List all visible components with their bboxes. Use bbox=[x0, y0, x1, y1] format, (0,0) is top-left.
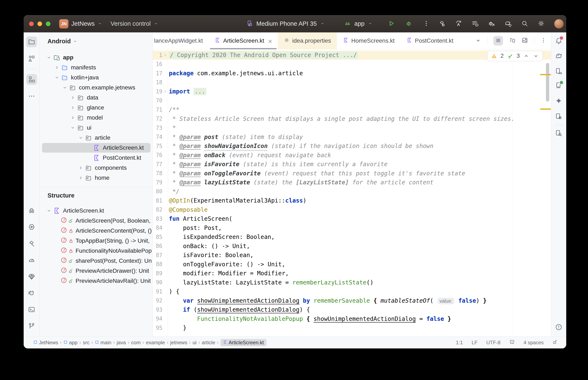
code-line-94[interactable]: 94 FunctionalityNotAvailablePopup { show… bbox=[153, 314, 551, 323]
code-line-79[interactable]: 79 * @param lazyListState (state) the [L… bbox=[153, 178, 551, 187]
chevron-down-icon[interactable] bbox=[77, 134, 85, 141]
app-inspection-icon[interactable] bbox=[26, 205, 37, 216]
structure-item[interactable]: fPreviewArticleDrawer(): Unit bbox=[40, 266, 153, 276]
breadcrumb-com[interactable]: com bbox=[131, 340, 141, 345]
run-button[interactable] bbox=[387, 20, 395, 28]
tab-idea-properties[interactable]: idea.properties bbox=[278, 32, 337, 49]
line-number[interactable]: 16 bbox=[153, 61, 162, 67]
chevron-down-icon[interactable] bbox=[61, 84, 69, 91]
search-icon[interactable] bbox=[521, 20, 528, 28]
line-number[interactable]: 75 bbox=[153, 143, 162, 149]
zoom-window-button[interactable] bbox=[46, 21, 50, 26]
line-number[interactable]: 72 bbox=[153, 115, 162, 122]
code-line-73[interactable]: 73 * bbox=[153, 123, 551, 133]
code-line-85[interactable]: 85 isExpandedScreen: Boolean, bbox=[153, 232, 551, 242]
event-log-icon[interactable] bbox=[509, 339, 515, 346]
line-number[interactable]: 74 bbox=[153, 134, 162, 140]
version-control-icon[interactable] bbox=[26, 321, 37, 331]
tree-item-model[interactable]: model bbox=[40, 113, 153, 123]
line-number[interactable]: 84 bbox=[153, 225, 162, 231]
run-configurations-icon[interactable] bbox=[471, 20, 479, 28]
line-number[interactable]: 91 bbox=[153, 288, 162, 295]
breadcrumb-articlescreen-kt[interactable]: ArticleScreen.kt bbox=[221, 339, 266, 346]
line-number[interactable]: 83 bbox=[153, 216, 162, 222]
code-line-77[interactable]: 77 * @param isFavorite (state) is this i… bbox=[153, 160, 551, 169]
build-icon[interactable] bbox=[438, 20, 446, 28]
chevron-down-icon[interactable] bbox=[45, 54, 53, 61]
line-number[interactable]: 70 bbox=[153, 97, 162, 104]
line-number[interactable]: 79 bbox=[153, 179, 162, 186]
tree-item-manifests[interactable]: manifests bbox=[40, 62, 153, 73]
code-line-18[interactable]: 18 bbox=[153, 78, 551, 87]
file-encoding[interactable]: UTF-8 bbox=[486, 340, 501, 345]
code-line-16[interactable]: 16 bbox=[153, 60, 551, 69]
code-line-89[interactable]: 89 modifier: Modifier = Modifier, bbox=[153, 269, 551, 278]
tree-item-home[interactable]: home bbox=[40, 173, 153, 183]
tree-item-data[interactable]: data bbox=[40, 93, 153, 103]
inspections-widget[interactable]: 2 3 bbox=[487, 51, 543, 61]
tab-postcontent-kt[interactable]: PostContent.kt bbox=[401, 32, 459, 49]
close-window-button[interactable] bbox=[29, 21, 34, 26]
code-line-90[interactable]: 90 lazyListState: LazyListState = rememb… bbox=[153, 278, 551, 287]
tree-item-glance[interactable]: glance bbox=[40, 103, 153, 113]
code-line-80[interactable]: 80 */ bbox=[153, 187, 551, 196]
code-line-82[interactable]: 82@Composable bbox=[153, 205, 551, 214]
code-line-72[interactable]: 72 * Stateless Article Screen that displ… bbox=[153, 114, 551, 124]
tab-articlescreen-kt[interactable]: ArticleScreen.kt bbox=[209, 32, 278, 49]
breadcrumb-java[interactable]: java bbox=[117, 340, 126, 345]
line-number[interactable]: 77 bbox=[153, 161, 162, 168]
version-control-menu[interactable]: Version control bbox=[110, 20, 151, 27]
code-line-75[interactable]: 75 * @param showNavigationIcon (state) i… bbox=[153, 141, 551, 151]
line-number[interactable]: 17 bbox=[153, 70, 162, 76]
line-number[interactable]: 81 bbox=[153, 197, 162, 204]
tab-list-dropdown[interactable] bbox=[475, 37, 482, 44]
line-number[interactable]: 71 bbox=[153, 107, 162, 113]
code-editor[interactable]: 1/ Copyright 2020 The Android Open Sourc… bbox=[153, 49, 551, 337]
scrollbar-warning-mark[interactable] bbox=[540, 74, 551, 75]
breadcrumb-ui[interactable]: ui bbox=[193, 340, 197, 345]
indent-style[interactable]: 4 spaces bbox=[524, 340, 544, 345]
tree-item-app[interactable]: app bbox=[40, 53, 153, 62]
gradle-icon[interactable] bbox=[553, 50, 564, 61]
attach-debugger-icon[interactable] bbox=[488, 20, 495, 28]
preview-image-button[interactable] bbox=[522, 37, 528, 44]
split-editor-button[interactable] bbox=[509, 37, 516, 44]
more-actions-menu[interactable] bbox=[423, 20, 430, 28]
close-icon[interactable] bbox=[267, 38, 272, 43]
gradle-sync-icon[interactable] bbox=[505, 20, 512, 28]
code-line-84[interactable]: 84 post: Post, bbox=[153, 224, 551, 233]
run-configuration-selector[interactable]: app bbox=[354, 20, 365, 27]
terminal-icon[interactable] bbox=[26, 304, 37, 315]
debug-button[interactable] bbox=[405, 20, 412, 28]
line-number[interactable]: 73 bbox=[153, 125, 162, 131]
code-line-88[interactable]: 88 onToggleFavorite: () -> Unit, bbox=[153, 260, 551, 269]
code-line-95[interactable]: 95 } bbox=[153, 323, 551, 333]
line-number[interactable]: 82 bbox=[153, 207, 162, 213]
code-line-87[interactable]: 87 isFavorite: Boolean, bbox=[153, 251, 551, 260]
breadcrumb-app[interactable]: app bbox=[63, 340, 78, 345]
gemini-icon[interactable] bbox=[553, 95, 564, 106]
tree-item-postcontent-kt[interactable]: PostContent.kt bbox=[40, 153, 153, 163]
line-number[interactable]: 18 bbox=[153, 79, 162, 85]
chevron-down-icon[interactable] bbox=[53, 74, 61, 81]
code-line-70[interactable]: 70 bbox=[153, 96, 551, 105]
structure-item[interactable]: fTopAppBar(String, () -> Unit, bbox=[40, 236, 153, 246]
chevron-down-icon[interactable] bbox=[45, 207, 53, 214]
editor-list-view-button[interactable] bbox=[493, 36, 503, 46]
chevron-right-icon[interactable] bbox=[69, 104, 77, 111]
tab-lanceappwidget-kt[interactable]: lanceAppWidget.kt bbox=[153, 32, 209, 49]
tab-homescreens-kt[interactable]: HomeScreens.kt bbox=[337, 32, 401, 49]
structure-item[interactable]: fsharePost(Post, Context): Un bbox=[40, 256, 153, 266]
line-number[interactable]: 86 bbox=[153, 243, 162, 249]
line-number[interactable]: 90 bbox=[153, 279, 162, 285]
chevron-right-icon[interactable] bbox=[77, 174, 85, 182]
code-line-74[interactable]: 74 * @param post (state) item to display bbox=[153, 133, 551, 142]
code-line-86[interactable]: 86 onBack: () -> Unit, bbox=[153, 242, 551, 251]
device-mirroring-icon[interactable] bbox=[553, 111, 564, 122]
line-number[interactable]: 93 bbox=[153, 307, 162, 313]
code-line-71[interactable]: 71/** bbox=[153, 105, 551, 114]
tree-item-ui[interactable]: ui bbox=[40, 123, 153, 133]
code-line-76[interactable]: 76 * @param onBack (event) request navig… bbox=[153, 151, 551, 160]
breadcrumb-jetnews[interactable]: jetnews bbox=[170, 340, 187, 345]
breadcrumb-jetnews[interactable]: JetNews bbox=[33, 340, 58, 345]
